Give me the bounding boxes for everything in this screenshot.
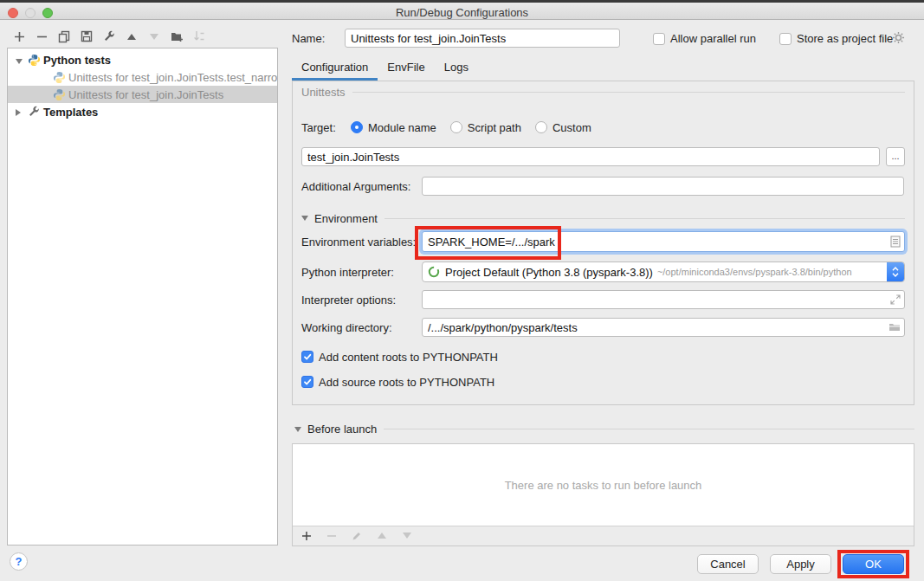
group-divider <box>384 218 905 219</box>
browse-module-button[interactable]: ... <box>886 147 905 166</box>
interpreter-options-label: Interpreter options: <box>301 294 422 307</box>
python-test-icon <box>53 71 66 84</box>
store-as-project-file-label: Store as project file <box>797 32 893 45</box>
group-divider <box>352 92 905 93</box>
tab-envfile[interactable]: EnvFile <box>378 57 434 81</box>
tab-configuration[interactable]: Configuration <box>292 57 378 81</box>
python-test-icon <box>53 88 66 101</box>
radio-module-name[interactable]: Module name <box>351 121 436 134</box>
working-directory-label: Working directory: <box>301 321 422 334</box>
copy-configuration-icon[interactable] <box>57 29 71 43</box>
module-name-input[interactable] <box>301 147 880 166</box>
expand-icon[interactable] <box>16 106 23 119</box>
collapse-icon[interactable] <box>294 427 301 432</box>
radio-script-path[interactable]: Script path <box>450 121 521 134</box>
unittests-group-label: Unittests <box>301 86 346 99</box>
additional-arguments-label: Additional Arguments: <box>301 180 422 193</box>
expand-field-icon[interactable] <box>890 294 901 305</box>
add-content-roots-label: Add content roots to PYTHONPATH <box>319 351 498 364</box>
radio-selected[interactable] <box>351 121 363 133</box>
checkbox-checked[interactable] <box>301 351 313 363</box>
move-up-button[interactable] <box>125 29 139 43</box>
additional-arguments-input[interactable] <box>422 177 904 196</box>
tab-logs[interactable]: Logs <box>435 57 478 81</box>
before-launch-label: Before launch <box>307 423 377 436</box>
save-configuration-icon[interactable] <box>80 29 94 43</box>
checkbox-unchecked[interactable] <box>653 33 665 45</box>
tree-item-label: Unittests for test_join.JoinTests.test_n… <box>68 71 277 84</box>
add-source-roots-label: Add source roots to PYTHONPATH <box>319 376 494 389</box>
interpreter-options-input[interactable] <box>422 290 905 309</box>
radio-module-name-label: Module name <box>368 121 436 134</box>
sort-configurations-icon <box>192 29 206 43</box>
move-task-down-button <box>400 529 414 543</box>
gear-icon[interactable] <box>892 31 905 44</box>
name-input[interactable] <box>345 29 620 48</box>
remove-task-button <box>325 529 339 543</box>
tree-item-unittests-narrow[interactable]: Unittests for test_join.JoinTests.test_n… <box>8 68 277 86</box>
checkbox-checked[interactable] <box>301 376 313 388</box>
interpreter-value: Project Default (Python 3.8 (pyspark-3.8… <box>445 266 653 279</box>
cancel-button[interactable]: Cancel <box>697 554 759 574</box>
tree-item-templates[interactable]: Templates <box>8 103 277 120</box>
radio-unselected[interactable] <box>450 121 462 133</box>
tree-item-label: Templates <box>43 106 98 119</box>
environment-variables-label: Environment variables: <box>301 236 422 249</box>
configuration-tabs: Configuration EnvFile Logs <box>292 57 478 81</box>
python-interpreter-combobox[interactable]: Project Default (Python 3.8 (pyspark-3.8… <box>422 261 905 282</box>
checkbox-unchecked[interactable] <box>779 33 792 45</box>
python-interpreter-label: Python interpreter: <box>301 266 422 279</box>
edit-templates-wrench-icon[interactable] <box>102 29 116 43</box>
radio-script-path-label: Script path <box>468 121 521 134</box>
working-directory-input[interactable] <box>422 318 905 337</box>
edit-task-pencil-icon <box>350 529 364 543</box>
before-launch-empty-text: There are no tasks to run before launch <box>293 444 914 526</box>
before-launch-panel: There are no tasks to run before launch <box>292 443 914 546</box>
store-as-project-file-checkbox[interactable]: Store as project file <box>779 32 893 45</box>
environment-section-label: Environment <box>314 212 378 225</box>
python-icon <box>28 54 41 67</box>
move-task-up-button <box>375 529 389 543</box>
help-button[interactable]: ? <box>10 552 28 571</box>
radio-custom-label: Custom <box>552 121 591 134</box>
remove-configuration-button[interactable] <box>35 29 48 43</box>
tree-item-label: Unittests for test_join.JoinTests <box>68 88 223 101</box>
new-folder-icon[interactable] <box>170 29 184 43</box>
before-launch-toolbar <box>293 526 914 545</box>
tree-item-unittests-join-selected[interactable]: Unittests for test_join.JoinTests <box>8 86 277 103</box>
window-title: Run/Debug Configurations <box>0 6 924 19</box>
configurations-tree: Python tests Unittests for test_join.Joi… <box>7 48 278 545</box>
titlebar: Run/Debug Configurations <box>0 0 924 20</box>
group-divider <box>384 429 914 429</box>
templates-wrench-icon <box>28 106 41 119</box>
interpreter-path: ~/opt/miniconda3/envs/pyspark-3.8/bin/py… <box>657 267 852 277</box>
conda-environment-icon <box>428 266 440 278</box>
target-label: Target: <box>301 121 351 134</box>
tree-item-python-tests[interactable]: Python tests <box>8 51 277 68</box>
move-down-button <box>147 29 161 43</box>
add-task-button[interactable] <box>300 529 313 543</box>
tree-item-label: Python tests <box>43 54 111 67</box>
collapse-icon[interactable] <box>16 54 23 67</box>
folder-icon[interactable] <box>888 323 901 332</box>
combo-stepper-icon[interactable] <box>887 261 904 282</box>
before-launch-header[interactable]: Before launch <box>294 423 914 436</box>
configurations-toolbar <box>12 28 206 45</box>
radio-unselected[interactable] <box>535 121 547 133</box>
apply-button[interactable]: Apply <box>770 554 831 574</box>
collapse-icon[interactable] <box>301 216 308 221</box>
allow-parallel-run-label: Allow parallel run <box>670 32 756 45</box>
configuration-panel: Unittests Target: Module name Script pat… <box>292 81 914 405</box>
add-source-roots-checkbox[interactable]: Add source roots to PYTHONPATH <box>301 376 494 389</box>
allow-parallel-run-checkbox[interactable]: Allow parallel run <box>653 32 756 45</box>
browse-variables-icon[interactable] <box>890 236 901 248</box>
add-content-roots-checkbox[interactable]: Add content roots to PYTHONPATH <box>301 351 498 364</box>
radio-custom[interactable]: Custom <box>535 121 591 134</box>
ok-button[interactable]: OK <box>843 554 904 574</box>
add-configuration-button[interactable] <box>12 29 26 43</box>
run-debug-configurations-dialog: Run/Debug Configurations <box>0 0 924 581</box>
environment-variables-input[interactable] <box>422 231 905 252</box>
name-label: Name: <box>292 32 325 45</box>
